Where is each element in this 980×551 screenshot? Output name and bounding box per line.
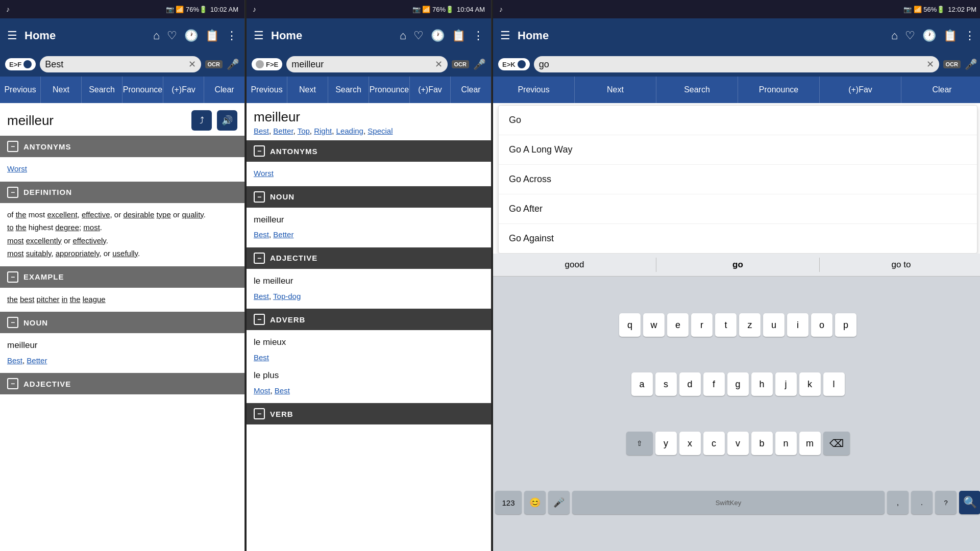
backspace-key[interactable]: ⌫ xyxy=(823,432,850,455)
pronounce-btn-2[interactable]: Pronounce xyxy=(369,77,410,103)
menu-icon-3[interactable]: ☰ xyxy=(500,29,510,42)
key-p[interactable]: p xyxy=(835,313,856,337)
dropdown-item-go[interactable]: Go xyxy=(499,106,977,135)
search-btn-1[interactable]: Search xyxy=(82,77,122,103)
mic-kb-key[interactable]: 🎤 xyxy=(548,491,570,514)
ocr-button-1[interactable]: OCR xyxy=(205,60,223,68)
more-icon-2[interactable]: ⋮ xyxy=(473,29,484,42)
mic-icon-3[interactable]: 🎤 xyxy=(965,58,977,70)
space-key[interactable]: SwiftKey xyxy=(572,491,885,514)
key-b[interactable]: b xyxy=(751,432,773,455)
lang-toggle-2[interactable]: F>E xyxy=(252,58,282,70)
next-btn-2[interactable]: Next xyxy=(287,77,328,103)
key-m[interactable]: m xyxy=(799,432,821,455)
key-q[interactable]: q xyxy=(619,313,641,337)
key-g[interactable]: g xyxy=(727,372,749,396)
clear-icon-3[interactable]: ✕ xyxy=(926,59,934,70)
suggestion-goto[interactable]: go to xyxy=(820,258,980,272)
home-icon-3[interactable]: ⌂ xyxy=(891,29,898,42)
history-icon-1[interactable]: 🕐 xyxy=(184,29,198,42)
bookmark-icon-3[interactable]: 📋 xyxy=(943,29,957,42)
heart-icon-2[interactable]: ♡ xyxy=(413,29,424,42)
mic-icon-1[interactable]: 🎤 xyxy=(227,58,239,70)
bookmark-icon-1[interactable]: 📋 xyxy=(205,29,219,42)
menu-icon-2[interactable]: ☰ xyxy=(254,29,264,42)
noun-header-1[interactable]: − NOUN xyxy=(0,312,244,333)
key-z[interactable]: z xyxy=(739,313,761,337)
key-v[interactable]: v xyxy=(727,432,749,455)
key-u[interactable]: u xyxy=(763,313,785,337)
next-btn-3[interactable]: Next xyxy=(575,77,656,103)
example-header-1[interactable]: − EXAMPLE xyxy=(0,266,244,288)
key-d[interactable]: d xyxy=(679,372,701,396)
shift-key[interactable]: ⇧ xyxy=(626,432,653,455)
key-w[interactable]: w xyxy=(643,313,665,337)
share-btn-1[interactable]: ⤴ xyxy=(191,110,212,131)
prev-btn-2[interactable]: Previous xyxy=(247,77,287,103)
clear-btn-1[interactable]: Clear xyxy=(204,77,244,103)
search-input-3[interactable] xyxy=(539,59,923,70)
dropdown-item-goacross[interactable]: Go Across xyxy=(499,165,977,194)
key-k[interactable]: k xyxy=(799,372,821,396)
menu-icon-1[interactable]: ☰ xyxy=(7,29,17,42)
home-icon-2[interactable]: ⌂ xyxy=(400,29,406,42)
emoji-key[interactable]: 😊 xyxy=(524,491,546,514)
antonym-worst-2[interactable]: Worst xyxy=(254,169,274,178)
key-h[interactable]: h xyxy=(751,372,773,396)
history-icon-2[interactable]: 🕐 xyxy=(431,29,445,42)
lang-toggle-1[interactable]: E>F xyxy=(5,58,36,70)
antonyms-header-1[interactable]: − ANTONYMS xyxy=(0,136,244,157)
clear-btn-3[interactable]: Clear xyxy=(901,77,980,103)
adverb-header-2[interactable]: − ADVERB xyxy=(247,309,491,330)
key-x[interactable]: x xyxy=(679,432,701,455)
search-btn-2[interactable]: Search xyxy=(328,77,369,103)
noun-header-2[interactable]: − NOUN xyxy=(247,186,491,208)
history-icon-3[interactable]: 🕐 xyxy=(922,29,936,42)
key-t[interactable]: t xyxy=(715,313,737,337)
heart-icon-1[interactable]: ♡ xyxy=(167,29,177,42)
clear-btn-2[interactable]: Clear xyxy=(451,77,491,103)
home-icon-1[interactable]: ⌂ xyxy=(153,29,160,42)
definition-header-1[interactable]: − DEFINITION xyxy=(0,182,244,203)
dropdown-item-goafter[interactable]: Go After xyxy=(499,194,977,224)
clear-icon-1[interactable]: ✕ xyxy=(188,59,196,70)
key-o[interactable]: o xyxy=(811,313,832,337)
clear-icon-2[interactable]: ✕ xyxy=(435,59,443,70)
pronounce-btn-1[interactable]: Pronounce xyxy=(122,77,163,103)
search-btn-3[interactable]: Search xyxy=(656,77,738,103)
pronounce-btn-3[interactable]: Pronounce xyxy=(738,77,820,103)
comma-key[interactable]: , xyxy=(887,491,909,514)
antonym-worst-1[interactable]: Worst xyxy=(7,164,27,173)
search-input-2[interactable] xyxy=(291,59,431,70)
suggestion-go[interactable]: go xyxy=(656,258,820,272)
adjective-header-1[interactable]: − ADJECTIVE xyxy=(0,373,244,394)
ocr-button-2[interactable]: OCR xyxy=(452,60,469,68)
prev-btn-1[interactable]: Previous xyxy=(0,77,41,103)
verb-header-2[interactable]: − VERB xyxy=(247,403,491,424)
dropdown-item-goalongway[interactable]: Go A Long Way xyxy=(499,135,977,165)
lang-toggle-3[interactable]: E>K xyxy=(498,58,530,70)
more-icon-3[interactable]: ⋮ xyxy=(964,29,975,42)
prev-btn-3[interactable]: Previous xyxy=(493,77,575,103)
fav-btn-1[interactable]: (+)Fav xyxy=(163,77,204,103)
num-key[interactable]: 123 xyxy=(495,491,522,514)
key-s[interactable]: s xyxy=(655,372,677,396)
antonyms-header-2[interactable]: − ANTONYMS xyxy=(247,140,491,162)
key-r[interactable]: r xyxy=(691,313,713,337)
fav-btn-2[interactable]: (+)Fav xyxy=(410,77,451,103)
question-key[interactable]: ? xyxy=(935,491,957,514)
key-j[interactable]: j xyxy=(775,372,797,396)
key-l[interactable]: l xyxy=(823,372,845,396)
key-a[interactable]: a xyxy=(631,372,653,396)
ocr-button-3[interactable]: OCR xyxy=(943,60,961,68)
suggestion-good[interactable]: good xyxy=(493,258,656,272)
more-icon-1[interactable]: ⋮ xyxy=(226,29,237,42)
key-n[interactable]: n xyxy=(775,432,797,455)
key-y[interactable]: y xyxy=(655,432,677,455)
key-e[interactable]: e xyxy=(667,313,689,337)
adjective-header-2[interactable]: − ADJECTIVE xyxy=(247,247,491,269)
period-key[interactable]: . xyxy=(911,491,933,514)
dropdown-item-goagainst[interactable]: Go Against xyxy=(499,224,977,253)
heart-icon-3[interactable]: ♡ xyxy=(905,29,915,42)
search-input-1[interactable] xyxy=(45,59,185,70)
